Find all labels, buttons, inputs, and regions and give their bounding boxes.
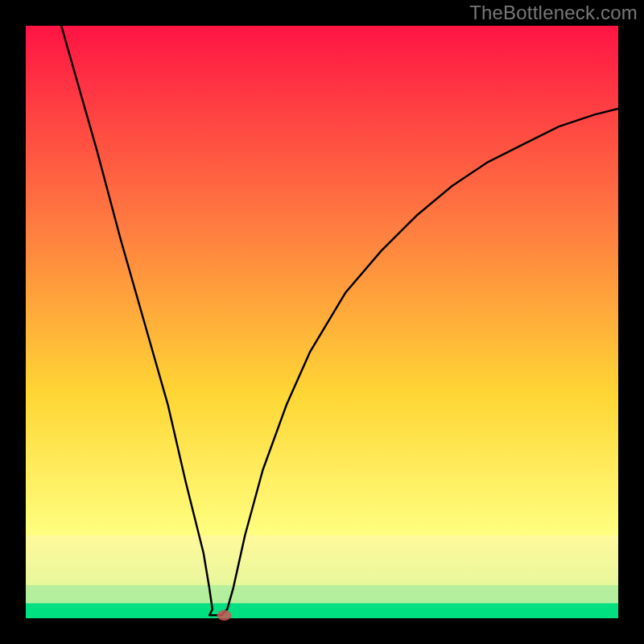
svg-rect-3 xyxy=(26,586,618,604)
chart-container: TheBottleneck.com xyxy=(0,0,644,644)
watermark-text: TheBottleneck.com xyxy=(469,2,638,24)
svg-rect-1 xyxy=(26,26,618,618)
bottleneck-chart xyxy=(0,0,644,644)
svg-rect-4 xyxy=(26,604,618,618)
svg-rect-2 xyxy=(26,535,618,586)
svg-point-5 xyxy=(217,610,232,621)
